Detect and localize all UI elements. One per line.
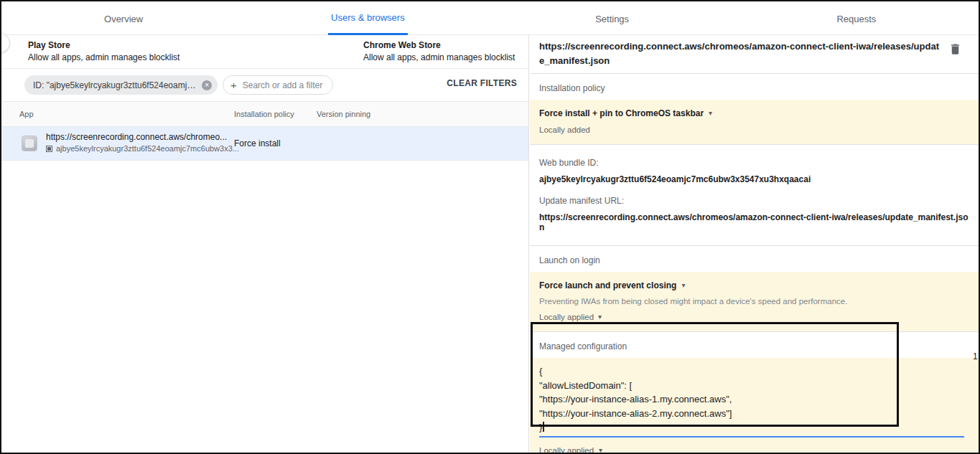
chevron-down-icon: ▾ — [598, 313, 602, 321]
text-caret — [543, 422, 544, 432]
chevron-down-icon: ▾ — [709, 110, 712, 117]
apps-table-header: App Installation policy Version pinning — [1, 101, 528, 127]
editor-focus-underline — [539, 436, 964, 438]
play-store-summary: Play Store Allow all apps, admin manages… — [28, 39, 179, 64]
app-row-installation-policy: Force install — [234, 138, 281, 148]
launch-on-login-note: Preventing IWAs from being closed might … — [539, 297, 941, 306]
app-icon — [22, 136, 37, 151]
tab-bar: Overview Users & browsers Settings Reque… — [1, 1, 979, 35]
plus-icon: + — [230, 80, 237, 90]
tab-requests-label: Requests — [834, 3, 879, 33]
launch-on-login-section-header: Launch on login — [530, 246, 979, 272]
json-line: } — [539, 420, 969, 435]
installation-policy-box: Force install + pin to ChromeOS taskbar … — [530, 100, 979, 145]
active-filter-chip[interactable]: ID: "ajbye5keylrcyakugr3zttu6f524eoamjc7… — [24, 75, 218, 95]
tab-settings-label: Settings — [592, 3, 632, 33]
web-app-icon — [46, 146, 52, 152]
json-line: { — [539, 364, 969, 379]
tab-users-and-browsers[interactable]: Users & browsers — [246, 1, 490, 34]
installation-policy-dropdown[interactable]: Force install + pin to ChromeOS taskbar … — [539, 108, 969, 118]
installation-policy-status: Locally added — [539, 126, 969, 134]
managed-configuration-section-header: Managed configuration — [530, 332, 979, 358]
tab-settings[interactable]: Settings — [490, 1, 734, 34]
chevron-right-icon: › — [0, 37, 2, 49]
launch-on-login-box: Force launch and prevent closing ▾ Preve… — [530, 272, 979, 332]
web-bundle-id-value: ajbye5keylrcyakugr3zttu6f524eoamjc7mc6ub… — [539, 174, 969, 184]
filter-bar: ID: "ajbye5keylrcyakugr3zttu6f524eoamjc7… — [1, 69, 528, 101]
tab-overview-label: Overview — [101, 3, 146, 33]
managed-configuration-status-dropdown[interactable]: Locally applied ▾ — [539, 446, 969, 454]
editor-char-indicator: 1 — [973, 351, 978, 361]
close-icon: ✕ — [205, 82, 210, 88]
json-line: "https://your-instance-alias-2.my.connec… — [539, 407, 969, 421]
remove-filter-icon[interactable]: ✕ — [202, 80, 212, 90]
chevron-down-icon: ▾ — [599, 447, 602, 454]
installation-policy-section-label: Installation policy — [539, 83, 605, 93]
chrome-web-store-subtitle: Allow all apps, admin manages blocklist — [363, 52, 515, 64]
filter-chip-label: ID: "ajbye5keylrcyakugr3zttu6f524eoamjc7… — [33, 80, 197, 90]
tab-users-and-browsers-label: Users & browsers — [328, 1, 408, 35]
app-row-url: https://screenrecording.connect.aws/chro… — [46, 132, 227, 142]
admin-console-screen: Overview Users & browsers Settings Reque… — [0, 0, 980, 454]
launch-on-login-section-label: Launch on login — [539, 255, 600, 265]
launch-on-login-status-dropdown[interactable]: Locally applied ▾ — [539, 313, 969, 321]
add-filter-button[interactable]: + Search or add a filter — [223, 75, 333, 95]
update-manifest-url-label: Update manifest URL: — [539, 196, 969, 206]
app-detail-panel: https://screenrecording.connect.aws/chro… — [530, 35, 979, 453]
installation-policy-value: Force install + pin to ChromeOS taskbar — [539, 108, 704, 118]
delete-app-button[interactable] — [948, 42, 963, 57]
detail-title: https://screenrecording.connect.aws/chro… — [539, 39, 943, 68]
table-row[interactable]: https://screenrecording.connect.aws/chro… — [1, 127, 528, 161]
store-policy-summary-row: Play Store Allow all apps, admin manages… — [1, 35, 528, 69]
managed-configuration-status-label: Locally applied — [539, 446, 594, 454]
web-bundle-id-label: Web bundle ID: — [539, 158, 969, 168]
clear-filters-button[interactable]: CLEAR FILTERS — [447, 78, 517, 88]
bundle-info-section: Web bundle ID: ajbye5keylrcyakugr3zttu6f… — [530, 145, 979, 246]
managed-configuration-box: { "allowListedDomain": [ "https://your-i… — [530, 358, 979, 454]
tab-overview[interactable]: Overview — [1, 1, 246, 34]
launch-on-login-status-label: Locally applied — [539, 313, 594, 321]
tab-requests[interactable]: Requests — [734, 1, 979, 34]
column-header-app: App — [19, 110, 34, 118]
json-line: "allowListedDomain": [ — [539, 379, 969, 393]
launch-on-login-value: Force launch and prevent closing — [539, 280, 676, 290]
apps-list-panel: Play Store Allow all apps, admin manages… — [1, 35, 529, 453]
column-header-version-pinning: Version pinning — [317, 110, 370, 118]
add-filter-label: Search or add a filter — [243, 80, 322, 90]
installation-policy-status-label: Locally added — [539, 126, 590, 134]
managed-configuration-section-label: Managed configuration — [539, 341, 627, 351]
detail-title-section: https://screenrecording.connect.aws/chro… — [530, 35, 979, 74]
chevron-down-icon: ▾ — [681, 282, 685, 289]
play-store-title: Play Store — [28, 39, 179, 52]
chrome-web-store-title: Chrome Web Store — [363, 39, 515, 52]
trash-icon — [948, 42, 962, 56]
update-manifest-url-value: https://screenrecording.connect.aws/chro… — [539, 212, 969, 232]
column-header-installation-policy: Installation policy — [234, 110, 294, 118]
installation-policy-section-header: Installation policy — [530, 74, 979, 100]
json-line: "https://your-instance-alias-1.my.connec… — [539, 392, 969, 407]
launch-on-login-dropdown[interactable]: Force launch and prevent closing ▾ — [539, 280, 969, 290]
app-row-id-line: ajbye5keylrcyakugr3zttu6f524eoamjc7mc6ub… — [46, 144, 239, 153]
chrome-web-store-summary: Chrome Web Store Allow all apps, admin m… — [363, 39, 515, 64]
app-row-id: ajbye5keylrcyakugr3zttu6f524eoamjc7mc6ub… — [56, 144, 239, 153]
play-store-subtitle: Allow all apps, admin manages blocklist — [28, 52, 179, 64]
managed-configuration-editor[interactable]: { "allowListedDomain": [ "https://your-i… — [539, 364, 969, 438]
